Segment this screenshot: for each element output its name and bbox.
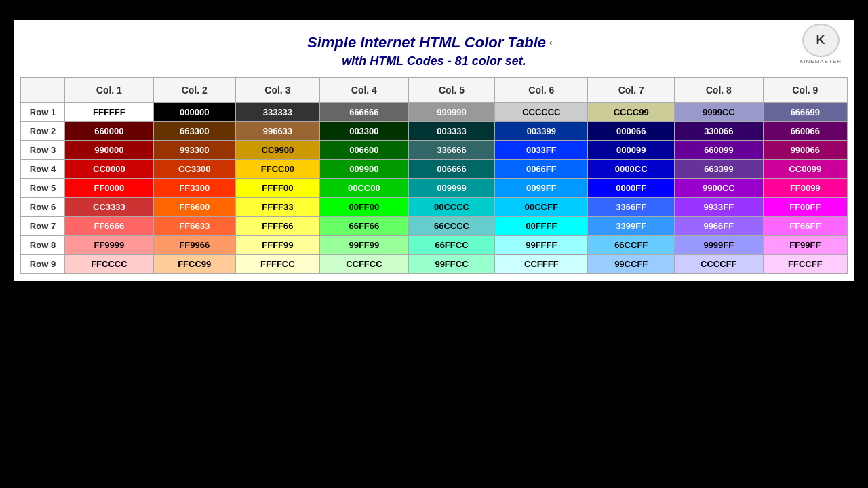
color-cell-r2-c1: 660000 (65, 122, 154, 141)
col-header-9: Col. 9 (763, 78, 847, 103)
color-cell-r9-c6: CCFFFF (495, 255, 588, 274)
color-cell-r8-c1: FF9999 (65, 236, 154, 255)
color-cell-r6-c6: 00CCFF (495, 198, 588, 217)
color-cell-r3-c8: 660099 (674, 141, 763, 160)
color-cell-r4-c1: CC0000 (65, 160, 154, 179)
color-cell-r2-c2: 663300 (153, 122, 235, 141)
color-cell-r1-c1: FFFFFF (65, 103, 154, 122)
color-cell-r7-c9: FF66FF (763, 217, 847, 236)
row-label-5: Row 5 (21, 179, 65, 198)
color-cell-r7-c8: 9966FF (674, 217, 763, 236)
color-cell-r7-c4: 66FF66 (320, 217, 409, 236)
color-cell-r1-c4: 666666 (320, 103, 409, 122)
color-cell-r7-c7: 3399FF (588, 217, 675, 236)
color-cell-r8-c7: 66CCFF (588, 236, 675, 255)
color-cell-r5-c4: 00CC00 (320, 179, 409, 198)
title-line1: Simple Internet HTML Color Table← (20, 34, 848, 52)
color-cell-r8-c3: FFFF99 (235, 236, 319, 255)
color-cell-r3-c1: 990000 (65, 141, 154, 160)
color-cell-r9-c1: FFCCCC (65, 255, 154, 274)
color-cell-r8-c8: 9999FF (674, 236, 763, 255)
color-cell-r4-c2: CC3300 (153, 160, 235, 179)
color-cell-r1-c2: 000000 (153, 103, 235, 122)
row-label-4: Row 4 (21, 160, 65, 179)
col-header-8: Col. 8 (674, 78, 763, 103)
row-label-7: Row 7 (21, 217, 65, 236)
kinemaster-k-icon: K (816, 33, 825, 47)
color-cell-r1-c3: 333333 (235, 103, 319, 122)
color-cell-r6-c8: 9933FF (674, 198, 763, 217)
col-header-3: Col. 3 (235, 78, 319, 103)
color-cell-r2-c3: 996633 (235, 122, 319, 141)
color-cell-r6-c5: 00CCCC (408, 198, 495, 217)
color-cell-r2-c9: 660066 (763, 122, 847, 141)
color-cell-r2-c7: 000066 (588, 122, 675, 141)
color-cell-r2-c8: 330066 (674, 122, 763, 141)
color-cell-r4-c6: 0066FF (495, 160, 588, 179)
row-label-2: Row 2 (21, 122, 65, 141)
row-label-8: Row 8 (21, 236, 65, 255)
color-cell-r1-c8: 9999CC (674, 103, 763, 122)
col-header-4: Col. 4 (320, 78, 409, 103)
color-cell-r3-c2: 993300 (153, 141, 235, 160)
color-cell-r6-c2: FF6600 (153, 198, 235, 217)
color-cell-r9-c4: CCFFCC (320, 255, 409, 274)
title-line2: with HTML Codes - 81 color set. (20, 54, 848, 68)
col-header-1: Col. 1 (65, 78, 154, 103)
color-cell-r1-c6: CCCCCC (495, 103, 588, 122)
color-cell-r3-c9: 990066 (763, 141, 847, 160)
color-cell-r9-c8: CCCCFF (674, 255, 763, 274)
table-row-1: Row 1FFFFFF000000333333666666999999CCCCC… (21, 103, 848, 122)
title-section: Simple Internet HTML Color Table← with H… (20, 27, 848, 72)
table-row-9: Row 9FFCCCCFFCC99FFFFCCCCFFCC99FFCCCCFFF… (21, 255, 848, 274)
color-cell-r8-c6: 99FFFF (495, 236, 588, 255)
color-cell-r3-c5: 336666 (408, 141, 495, 160)
color-cell-r6-c3: FFFF33 (235, 198, 319, 217)
row-label-6: Row 6 (21, 198, 65, 217)
color-cell-r9-c3: FFFFCC (235, 255, 319, 274)
color-cell-r4-c4: 009900 (320, 160, 409, 179)
table-row-2: Row 266000066330099663300330000333300339… (21, 122, 848, 141)
color-cell-r4-c7: 0000CC (588, 160, 675, 179)
col-header-5: Col. 5 (408, 78, 495, 103)
color-cell-r6-c7: 3366FF (588, 198, 675, 217)
color-cell-r6-c4: 00FF00 (320, 198, 409, 217)
color-cell-r6-c9: FF00FF (763, 198, 847, 217)
table-row-8: Row 8FF9999FF9966FFFF9999FF9966FFCC99FFF… (21, 236, 848, 255)
color-cell-r5-c3: FFFF00 (235, 179, 319, 198)
row-label-3: Row 3 (21, 141, 65, 160)
color-cell-r6-c1: CC3333 (65, 198, 154, 217)
color-cell-r1-c9: 666699 (763, 103, 847, 122)
color-cell-r2-c6: 003399 (495, 122, 588, 141)
color-cell-r5-c6: 0099FF (495, 179, 588, 198)
color-cell-r4-c5: 006666 (408, 160, 495, 179)
color-cell-r4-c9: CC0099 (763, 160, 847, 179)
color-cell-r5-c7: 0000FF (588, 179, 675, 198)
color-cell-r4-c3: FFCC00 (235, 160, 319, 179)
main-container: Simple Internet HTML Color Table← with H… (14, 20, 854, 281)
col-header-6: Col. 6 (495, 78, 588, 103)
color-cell-r9-c5: 99FFCC (408, 255, 495, 274)
col-header-7: Col. 7 (588, 78, 675, 103)
color-cell-r5-c8: 9900CC (674, 179, 763, 198)
color-cell-r9-c9: FFCCFF (763, 255, 847, 274)
color-cell-r5-c5: 009999 (408, 179, 495, 198)
table-row-5: Row 5FF0000FF3300FFFF0000CC000099990099F… (21, 179, 848, 198)
color-cell-r9-c7: 99CCFF (588, 255, 675, 274)
color-cell-r4-c8: 663399 (674, 160, 763, 179)
color-cell-r3-c3: CC9900 (235, 141, 319, 160)
color-cell-r7-c3: FFFF66 (235, 217, 319, 236)
table-row-7: Row 7FF6666FF6633FFFF6666FF6666CCCC00FFF… (21, 217, 848, 236)
color-cell-r8-c4: 99FF99 (320, 236, 409, 255)
color-cell-r8-c2: FF9966 (153, 236, 235, 255)
color-cell-r3-c6: 0033FF (495, 141, 588, 160)
color-cell-r3-c7: 000099 (588, 141, 675, 160)
row-label-1: Row 1 (21, 103, 65, 122)
table-row-4: Row 4CC0000CC3300FFCC000099000066660066F… (21, 160, 848, 179)
table-row-6: Row 6CC3333FF6600FFFF3300FF0000CCCC00CCF… (21, 198, 848, 217)
color-cell-r1-c5: 999999 (408, 103, 495, 122)
color-cell-r2-c4: 003300 (320, 122, 409, 141)
color-cell-r7-c6: 00FFFF (495, 217, 588, 236)
col-header-2: Col. 2 (153, 78, 235, 103)
color-cell-r5-c9: FF0099 (763, 179, 847, 198)
